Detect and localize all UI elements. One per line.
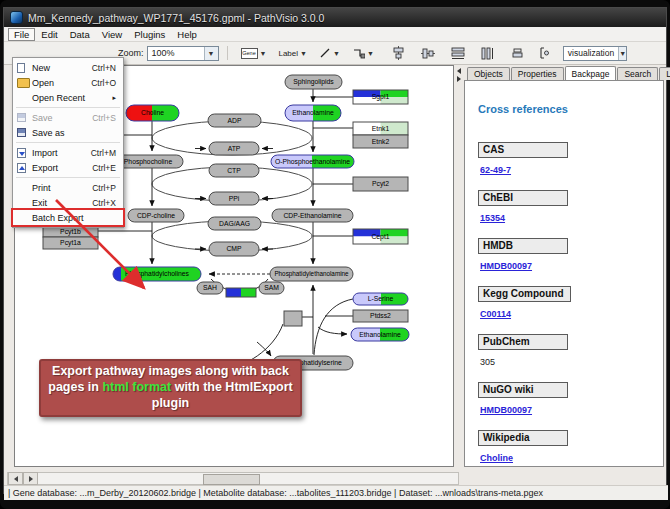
splitter-collapse-icons[interactable] <box>456 68 462 82</box>
xref-title: Wikipedia <box>478 430 568 446</box>
align-middle-button[interactable] <box>418 44 438 62</box>
node-choline[interactable]: Choline <box>126 105 179 121</box>
chevron-down-icon[interactable]: ▼ <box>618 47 626 60</box>
gene-node[interactable] <box>284 311 302 326</box>
node-sam[interactable]: SAM <box>259 282 284 294</box>
distribute-vertical-icon <box>481 47 495 60</box>
node-atp[interactable]: ATP <box>209 142 259 155</box>
align-center-button[interactable] <box>389 44 408 62</box>
tab-backpage[interactable]: Backpage <box>565 66 617 80</box>
xref-link[interactable]: 62-49-7 <box>480 165 511 175</box>
tab-search[interactable]: Search <box>617 67 658 80</box>
chevron-down-icon[interactable]: ▼ <box>204 47 218 60</box>
xref-link[interactable]: Choline <box>480 453 513 463</box>
file-menu-item-import[interactable]: ImportCtrl+M <box>13 145 123 160</box>
cross-references-heading: Cross references <box>478 103 663 115</box>
file-menu-item-export[interactable]: ExportCtrl+E <box>13 160 123 175</box>
connector-tool-button[interactable]: ▼ <box>349 44 377 62</box>
node-label: Phosphatidylethanolamine <box>274 270 349 278</box>
node-label: Phosphocholine <box>124 158 173 166</box>
stack-vertical-button[interactable] <box>508 44 527 62</box>
datanode-tool-button[interactable]: Gene ▼ <box>238 44 270 62</box>
zoom-combobox[interactable]: 100% ▼ <box>147 46 219 61</box>
xref-link[interactable]: HMDB00097 <box>480 405 532 415</box>
node-ppi[interactable]: PPi <box>209 192 259 205</box>
node-l-serine[interactable]: L-Serine <box>353 293 408 305</box>
scroll-left-button[interactable] <box>8 472 23 485</box>
scrollbar-thumb[interactable] <box>203 474 260 485</box>
node-etnk1[interactable]: Etnk1 <box>353 122 408 135</box>
node-etnk2[interactable]: Etnk2 <box>353 135 408 148</box>
xref-link[interactable]: HMDB00097 <box>480 261 532 271</box>
tab-legend[interactable]: Legend <box>659 67 670 80</box>
file-menu-item-save-as[interactable]: Save as <box>13 125 123 140</box>
node-label: Pcyt1a <box>60 239 81 247</box>
gene-node[interactable] <box>226 288 256 297</box>
node-ethanolamine[interactable]: Ethanolamine <box>351 328 409 341</box>
node-pcyt2[interactable]: Pcyt2 <box>353 177 408 191</box>
node-cdp-choline[interactable]: CDP-choline <box>128 209 184 222</box>
node-pcyt1a[interactable]: Pcyt1a <box>43 237 98 249</box>
zoom-value: 100% <box>148 48 204 58</box>
menu-shortcut: Ctrl+O <box>91 78 116 88</box>
xref-link[interactable]: C00114 <box>480 309 511 319</box>
file-menu-item-open-recent[interactable]: Open Recent▸ <box>13 90 123 105</box>
file-menu-item-save[interactable]: SaveCtrl+S <box>13 110 123 125</box>
pathway-edge <box>257 342 271 356</box>
stack-icon <box>511 47 524 59</box>
menu-item-label: Save as <box>32 128 116 138</box>
menu-view[interactable]: View <box>96 28 128 41</box>
menu-item-label: Batch Export <box>32 213 116 223</box>
node-label: Sphingolipids <box>293 78 334 86</box>
line-tool-button[interactable]: ▼ <box>316 44 343 62</box>
menu-shortcut: Ctrl+P <box>92 183 116 193</box>
scroll-right-button[interactable] <box>23 472 38 485</box>
label-tool-button[interactable]: Label ▼ <box>275 44 310 62</box>
xref-value: HMDB00097 <box>480 261 663 271</box>
menu-edit[interactable]: Edit <box>35 28 63 41</box>
node-phosphatidylethanolamine[interactable]: Phosphatidylethanolamine <box>270 267 353 281</box>
sidebar-splitter[interactable] <box>454 65 464 467</box>
menu-shortcut: Ctrl+E <box>92 163 116 173</box>
distribute-horizontal-button[interactable] <box>448 44 468 62</box>
horizontal-scrollbar[interactable] <box>7 472 459 485</box>
menu-data[interactable]: Data <box>64 28 96 41</box>
node-label: Etnk1 <box>372 125 390 132</box>
tab-objects[interactable]: Objects <box>467 67 510 80</box>
node-ethanolamine[interactable]: Ethanolamine <box>285 105 341 121</box>
distribute-vertical-button[interactable] <box>478 44 498 62</box>
collapse-left-icon <box>457 68 461 74</box>
node-cmp[interactable]: CMP <box>209 242 259 256</box>
file-menu-item-batch-export[interactable]: Batch Export <box>13 210 123 225</box>
menu-help[interactable]: Help <box>171 28 203 41</box>
file-menu-item-new[interactable]: NewCtrl+N <box>13 60 123 75</box>
annotation-callout: Export pathway images along with back pa… <box>39 359 302 417</box>
xref-section-kegg-compound: Kegg CompoundC00114 <box>478 283 663 319</box>
node-ctp[interactable]: CTP <box>209 164 259 177</box>
node-ptdss2[interactable]: Ptdss2 <box>353 310 408 322</box>
tab-properties[interactable]: Properties <box>511 67 564 80</box>
menu-item-label: New <box>32 63 92 73</box>
node-cept1[interactable]: Cept1 <box>353 229 408 244</box>
xref-title: Kegg Compound <box>478 286 571 302</box>
xref-value: 62-49-7 <box>480 165 663 175</box>
menu-plugins[interactable]: Plugins <box>128 28 171 41</box>
node-o-phosphoethanolamine[interactable]: O-Phosphoethanolamine <box>271 155 354 168</box>
file-menu-item-exit[interactable]: ExitCtrl+X <box>13 195 123 210</box>
node-cdp-ethanolamine[interactable]: CDP-Ethanolamine <box>272 209 353 222</box>
layout-button[interactable] <box>535 44 553 62</box>
node-sgpl1[interactable]: Sgpl1 <box>353 90 408 104</box>
node-dag-aag[interactable]: DAG/AAG <box>208 217 261 230</box>
node-phosphatidylcholines[interactable]: Phosphatidylcholines <box>113 267 201 281</box>
node-label: Etnk2 <box>372 138 390 145</box>
node-sah[interactable]: SAH <box>197 282 223 294</box>
visualization-combobox[interactable]: visualization ▼ <box>563 46 627 61</box>
submenu-arrow-icon: ▸ <box>112 94 116 102</box>
xref-link[interactable]: 15354 <box>480 213 505 223</box>
bracket-icon <box>538 47 550 59</box>
file-menu-item-print[interactable]: PrintCtrl+P <box>13 180 123 195</box>
file-menu-item-open[interactable]: OpenCtrl+O <box>13 75 123 90</box>
menu-file[interactable]: File <box>8 28 35 41</box>
node-sphingolipids[interactable]: Sphingolipids <box>285 75 342 89</box>
node-adp[interactable]: ADP <box>208 114 261 127</box>
